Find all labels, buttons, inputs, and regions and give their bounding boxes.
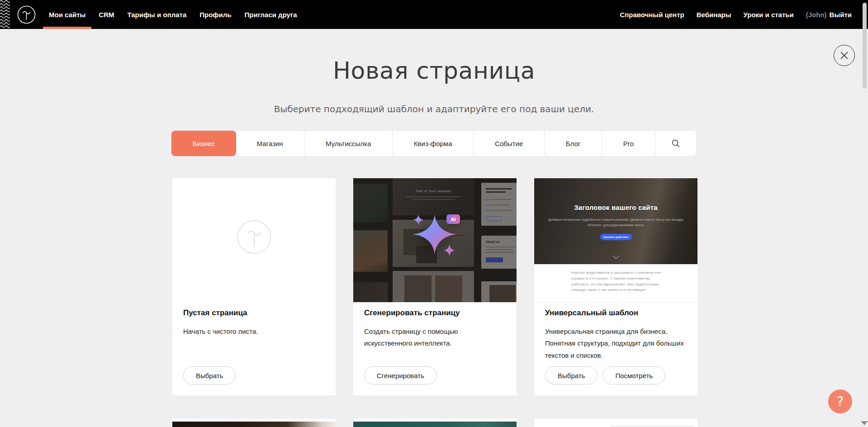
template-hero-subtitle: Добавьте интересные подробности о вашей … [548,217,684,228]
nav-item-label: Профиль [199,11,231,19]
tab-label: Магазин [257,140,283,147]
close-icon [840,51,849,60]
question-mark-icon: ? [837,394,844,409]
template-hero-content: Заголовок вашего сайта Добавьте интересн… [534,178,697,302]
card-actions: Выбрать Посмотреть [545,366,665,384]
page-title: Новая страница [0,57,868,84]
tab-label: Pro [623,140,634,147]
template-card-partial[interactable] [534,419,697,427]
choose-button[interactable]: Выбрать [183,366,236,384]
ai-sparkle-small-icon [443,244,455,257]
template-card-partial-image [172,422,336,427]
tilda-watermark-icon [237,219,272,255]
active-nav-underline [43,27,91,29]
card-description: Универсальная страница для бизнеса. Поня… [545,326,687,361]
card-actions: Выбрать [183,366,236,384]
logout-link[interactable]: Выйти [830,11,852,19]
tab-label: Событие [495,140,523,147]
nav-item-label: CRM [99,11,114,19]
template-card-partial[interactable] [172,419,336,427]
template-card-partial-image [353,422,517,427]
tab-search[interactable] [655,131,696,156]
template-hero-title: Заголовок вашего сайта [534,204,697,211]
zigzag-texture [0,0,10,29]
nav-item-invite-friend[interactable]: Пригласи друга [244,0,297,29]
chevron-down-icon [612,255,620,259]
tab-quiz-form[interactable]: Квиз-форма [393,131,474,156]
tab-label: Квиз-форма [414,140,452,147]
tab-blog[interactable]: Блог [545,131,602,156]
scrollbar-thumb[interactable] [863,3,867,89]
card-title: Универсальный шаблон [545,308,687,318]
tab-pro[interactable]: Pro [602,131,655,156]
scrollbar-down-arrow-icon[interactable] [861,421,868,425]
tab-label: Бизнес [193,140,215,147]
template-card-universal[interactable]: Заголовок вашего сайта Добавьте интересн… [534,178,697,395]
user-name: (John) [806,11,827,19]
nav-item-my-sites[interactable]: Мои сайты [49,0,85,29]
card-title: Пустая страница [183,308,325,318]
tab-business[interactable]: Бизнес [171,131,236,156]
nav-item-tariffs[interactable]: Тарифы и оплата [127,0,186,29]
template-card-ai-generate[interactable]: Title of Your Website [353,178,517,395]
help-button[interactable]: ? [828,389,852,413]
template-card-partial[interactable] [353,419,517,427]
card-title: Сгенерировать страницу [364,308,506,318]
nav-item-label: Тарифы и оплата [127,11,186,19]
blank-card-body: Пустая страница Начать с чистого листа. … [183,308,325,395]
page-subtitle: Выберите подходящий шаблон и адаптируйте… [0,104,868,114]
app-root: Мои сайты CRM Тарифы и оплата Профиль Пр… [0,0,868,427]
search-icon [671,139,680,148]
nav-item-help-center[interactable]: Справочный центр [620,0,684,29]
blank-card-media [172,178,336,302]
nav-item-crm[interactable]: CRM [99,0,114,29]
nav-item-profile[interactable]: Профиль [199,0,231,29]
nav-item-label: Мои сайты [49,11,85,19]
template-cta-button: Целевое действие [600,234,632,240]
tab-label: Мультиссылка [326,140,371,147]
ai-badge: AI [446,214,460,224]
generate-button[interactable]: Сгенерировать [364,366,437,384]
nav-item-label: Пригласи друга [244,11,297,19]
nav-left-group: Мои сайты CRM Тарифы и оплата Профиль Пр… [49,0,310,29]
card-actions: Сгенерировать [364,366,437,384]
tab-multilink[interactable]: Мультиссылка [304,131,393,156]
preview-button[interactable]: Посмотреть [602,366,665,384]
nav-item-label: Уроки и статьи [744,11,794,19]
nav-item-lessons[interactable]: Уроки и статьи [744,0,794,29]
tilda-logo-icon[interactable] [17,5,36,24]
tab-label: Блог [566,140,580,147]
ai-sparkle-group: AI [353,178,517,302]
ai-card-media: Title of Your Website [353,178,517,302]
universal-card-body: Универсальный шаблон Универсальная стран… [545,308,687,395]
choose-button[interactable]: Выбрать [545,366,598,384]
tab-event[interactable]: Событие [474,131,545,156]
universal-card-media: Заголовок вашего сайта Добавьте интересн… [534,178,697,302]
nav-right-group: Справочный центр Вебинары Уроки и статьи… [607,0,852,29]
top-navbar: Мои сайты CRM Тарифы и оплата Профиль Пр… [0,0,868,29]
nav-item-label: Вебинары [697,11,731,19]
template-card-blank[interactable]: Пустая страница Начать с чистого листа. … [172,178,336,395]
template-category-tabs: Бизнес Магазин Мультиссылка Квиз-форма С… [171,131,696,156]
nav-item-label: Справочный центр [620,11,684,19]
card-description: Начать с чистого листа. [183,326,325,337]
template-card-partial-image [534,422,697,427]
tab-shop[interactable]: Магазин [236,131,304,156]
card-description: Создать страницу с помощью искусственног… [364,326,506,350]
ai-card-body: Сгенерировать страницу Создать страницу … [364,308,506,395]
nav-item-webinars[interactable]: Вебинары [697,0,731,29]
close-button[interactable] [834,45,855,66]
